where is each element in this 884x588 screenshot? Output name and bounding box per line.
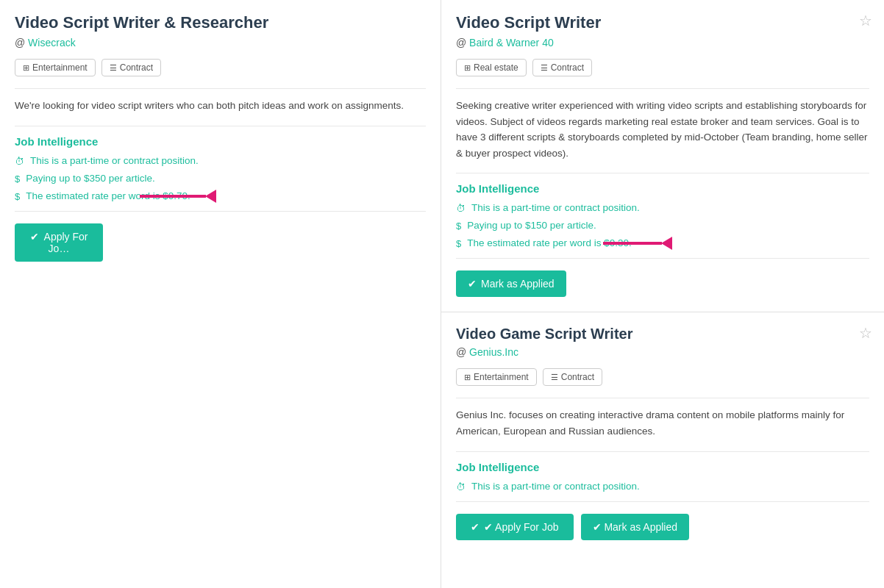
right-bottom-buttons: ✔ ✔ Apply For Job ✔ Mark as Applied xyxy=(456,514,869,540)
right-top-description: Seeking creative writer experienced with… xyxy=(456,98,869,161)
left-intelligence-title: Job Intelligence xyxy=(15,135,426,148)
right-top-divider xyxy=(456,88,869,89)
left-divider-mid xyxy=(15,126,426,126)
clock-icon-left-0: ⏱ xyxy=(15,156,24,167)
checkmark-icon-mark: ✔ xyxy=(468,278,477,290)
clock-icon-rt-0: ⏱ xyxy=(456,203,466,214)
left-intel-item-2: $ The estimated rate per word is $0.70. xyxy=(15,190,426,202)
right-top-intel-2: $ The estimated rate per word is $0.30. xyxy=(456,237,869,249)
right-bottom-job: ☆ Video Game Script Writer @ Genius.Inc … xyxy=(441,312,884,553)
entertainment-icon-rb: ⊞ xyxy=(464,373,471,382)
arrow-body-rt xyxy=(603,242,662,245)
right-bottom-company-link[interactable]: Genius.Inc xyxy=(469,346,518,358)
arrow-head-rt xyxy=(661,237,672,250)
right-bottom-mark-button[interactable]: ✔ Mark as Applied xyxy=(581,514,690,540)
right-top-company: @ Baird & Warner 40 xyxy=(456,37,869,49)
left-description: We're looking for video script writers w… xyxy=(15,98,426,114)
right-top-tags: ⊞ Real estate ☰ Contract xyxy=(456,59,869,76)
right-bottom-divider2 xyxy=(456,451,869,452)
left-intel-item-0: ⏱ This is a part-time or contract positi… xyxy=(15,155,426,167)
right-top-tag-realestate: ⊞ Real estate xyxy=(456,59,527,76)
dollar-icon-rt-1: $ xyxy=(456,220,461,232)
left-job-title: Video Script Writer & Researcher xyxy=(15,13,426,32)
left-company-link[interactable]: Wisecrack xyxy=(28,37,76,49)
right-top-mark-button[interactable]: ✔ Mark as Applied xyxy=(456,270,566,297)
left-apply-button[interactable]: ✔ Apply For Jo… xyxy=(15,223,103,262)
left-arrow-indicator xyxy=(140,190,216,203)
right-bottom-intel-0: ⏱ This is a part-time or contract positi… xyxy=(456,481,869,492)
star-button-top[interactable]: ☆ xyxy=(859,12,872,29)
right-top-divider3 xyxy=(456,258,869,259)
contract-icon: ☰ xyxy=(110,63,117,73)
arrow-body-left xyxy=(140,195,206,198)
left-divider-top xyxy=(15,88,426,89)
star-button-bottom[interactable]: ☆ xyxy=(859,324,872,342)
left-apply-area: ✔ Apply For Jo… xyxy=(15,223,426,262)
dollar-icon-left-2: $ xyxy=(15,191,20,202)
entertainment-icon: ⊞ xyxy=(23,63,29,73)
right-top-arrow xyxy=(603,237,672,250)
left-tags: ⊞ Entertainment ☰ Contract xyxy=(15,59,426,76)
right-bottom-title: Video Game Script Writer xyxy=(456,326,869,343)
right-top-intelligence-title: Job Intelligence xyxy=(456,182,869,195)
left-intel-item-1: $ Paying up to $350 per article. xyxy=(15,173,426,184)
realestate-icon: ⊞ xyxy=(464,63,471,73)
right-panel: ☆ Video Script Writer @ Baird & Warner 4… xyxy=(441,0,884,588)
left-job-company: @ Wisecrack xyxy=(15,37,426,49)
right-bottom-divider3 xyxy=(456,501,869,502)
dollar-icon-left-1: $ xyxy=(15,173,20,184)
arrow-head-left xyxy=(205,190,216,203)
right-top-intel-0: ⏱ This is a part-time or contract positi… xyxy=(456,202,869,214)
right-top-job: ☆ Video Script Writer @ Baird & Warner 4… xyxy=(441,0,884,312)
right-top-divider2 xyxy=(456,173,869,173)
dollar-icon-rt-2: $ xyxy=(456,238,461,249)
right-bottom-divider xyxy=(456,398,869,398)
right-bottom-intelligence-title: Job Intelligence xyxy=(456,461,869,473)
right-top-buttons: ✔ Mark as Applied xyxy=(456,270,869,297)
right-top-title: Video Script Writer xyxy=(456,13,869,32)
right-top-intel-1: $ Paying up to $150 per article. xyxy=(456,220,869,232)
contract-icon-rb: ☰ xyxy=(551,373,558,382)
left-job-panel: Video Script Writer & Researcher @ Wisec… xyxy=(0,0,441,588)
left-tag-contract: ☰ Contract xyxy=(101,59,161,76)
right-bottom-company: @ Genius.Inc xyxy=(456,346,869,358)
checkmark-icon-apply-rb: ✔ xyxy=(471,521,480,533)
left-tag-entertainment: ⊞ Entertainment xyxy=(15,59,96,76)
left-divider-bottom xyxy=(15,211,426,212)
clock-icon-rb-0: ⏱ xyxy=(456,481,466,492)
right-bottom-tag-contract: ☰ Contract xyxy=(543,368,602,386)
right-top-tag-contract: ☰ Contract xyxy=(532,59,592,76)
right-bottom-tags: ⊞ Entertainment ☰ Contract xyxy=(456,368,869,386)
right-bottom-apply-button[interactable]: ✔ ✔ Apply For Job xyxy=(456,514,574,540)
right-top-company-link[interactable]: Baird & Warner 40 xyxy=(469,37,554,49)
right-bottom-description: Genius Inc. focuses on creating interact… xyxy=(456,407,869,439)
contract-icon-top: ☰ xyxy=(541,63,548,73)
right-bottom-tag-entertainment: ⊞ Entertainment xyxy=(456,368,537,386)
